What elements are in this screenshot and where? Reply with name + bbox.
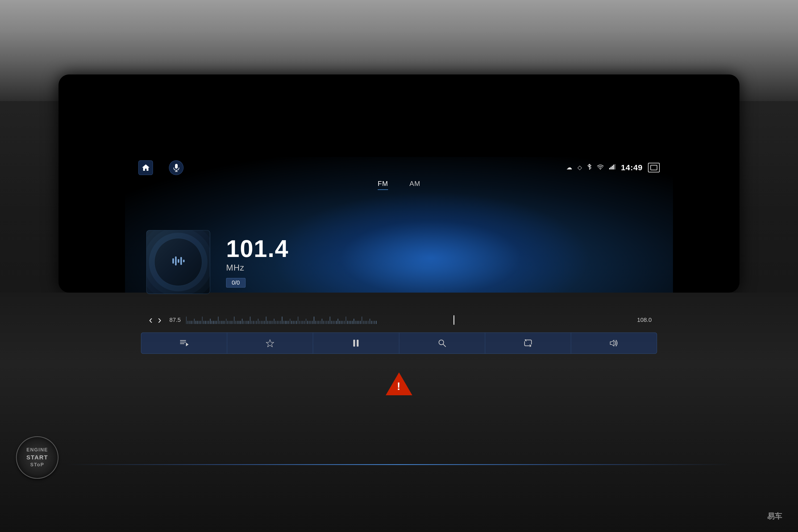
wifi-symbol — [597, 164, 604, 169]
svg-marker-0 — [142, 165, 150, 171]
playlist-icon — [179, 339, 189, 347]
microphone-button[interactable] — [169, 160, 184, 175]
screenshot-icon — [650, 165, 657, 170]
svg-rect-9 — [614, 164, 615, 169]
audio-wave — [170, 254, 186, 268]
center-console — [319, 346, 479, 532]
diamond-icon: ◇ — [577, 164, 582, 171]
star-icon — [266, 339, 274, 347]
engine-label-line1: ENGINE — [26, 446, 48, 453]
svg-rect-13 — [178, 259, 179, 263]
prev-station-button[interactable]: ‹ — [146, 311, 155, 328]
radio-mode-tabs: FM AM — [125, 179, 673, 190]
status-bar-left — [138, 160, 184, 175]
next-station-button[interactable]: › — [155, 311, 164, 328]
svg-rect-11 — [172, 258, 174, 264]
freq-ticks — [186, 316, 631, 324]
radio-control-bar — [141, 332, 657, 354]
svg-point-4 — [600, 169, 601, 169]
hazard-triangle-icon — [386, 373, 412, 395]
frequency-unit: MHz — [226, 263, 652, 273]
engine-start-stop-area: ENGINE START SToP — [0, 404, 75, 511]
svg-rect-21 — [353, 340, 355, 347]
engine-label-line3: SToP — [30, 461, 44, 468]
home-icon — [142, 164, 150, 171]
freq-end-label: 108.0 — [637, 317, 652, 323]
repeat-button[interactable] — [485, 333, 571, 354]
bluetooth-icon — [587, 164, 592, 171]
status-bar-right: ☁ ◇ — [566, 163, 660, 172]
pause-icon — [353, 339, 359, 347]
svg-rect-7 — [612, 166, 613, 169]
station-counter: 0/0 — [226, 278, 246, 288]
tab-fm[interactable]: FM — [378, 179, 388, 190]
svg-rect-5 — [609, 168, 610, 169]
engine-start-stop-button[interactable]: ENGINE START SToP — [16, 436, 58, 479]
sound-wave-icon — [170, 253, 186, 271]
signal-icon — [609, 164, 615, 171]
svg-marker-19 — [186, 343, 189, 346]
home-button[interactable] — [138, 160, 153, 175]
station-info: 101.4 MHz 0/0 — [226, 237, 652, 288]
svg-line-24 — [443, 344, 445, 347]
svg-rect-15 — [183, 260, 185, 262]
svg-rect-1 — [175, 164, 178, 169]
engine-label-line2: START — [26, 454, 48, 462]
bluetooth-symbol — [587, 164, 592, 170]
screenshot-button[interactable] — [648, 163, 660, 172]
svg-marker-20 — [266, 340, 274, 347]
status-bar: ☁ ◇ — [125, 157, 673, 178]
screen-bezel: ☁ ◇ — [58, 75, 740, 292]
playlist-button[interactable] — [141, 333, 227, 354]
tab-am[interactable]: AM — [410, 179, 420, 190]
search-button[interactable] — [399, 333, 485, 354]
screen-bottom-edge — [66, 464, 732, 465]
hazard-button-area[interactable] — [386, 373, 412, 395]
frequency-seek-area: ‹ › 87.5 108.0 — [125, 311, 673, 328]
search-icon — [438, 339, 446, 347]
radio-album-art — [146, 230, 210, 294]
infotainment-screen: ☁ ◇ — [125, 157, 673, 359]
favorite-button[interactable] — [227, 333, 313, 354]
repeat-icon — [524, 339, 533, 347]
watermark: 易车 — [767, 511, 782, 521]
svg-rect-14 — [180, 257, 182, 265]
audio-icon — [610, 339, 618, 347]
svg-rect-22 — [357, 340, 359, 347]
frequency-display: 101.4 — [226, 237, 652, 261]
svg-rect-10 — [651, 165, 657, 170]
svg-rect-8 — [613, 165, 614, 169]
clock-display: 14:49 — [621, 163, 643, 172]
svg-rect-6 — [610, 167, 611, 169]
freq-position-indicator — [454, 315, 454, 325]
signal-bars — [609, 164, 615, 169]
weather-icon: ☁ — [566, 164, 572, 171]
svg-rect-12 — [175, 256, 177, 265]
freq-start-label: 87.5 — [169, 317, 181, 323]
microphone-icon — [173, 163, 180, 172]
pause-button[interactable] — [313, 333, 399, 354]
audio-settings-button[interactable] — [571, 333, 657, 354]
wifi-icon — [597, 164, 604, 171]
frequency-bar[interactable] — [186, 316, 631, 324]
